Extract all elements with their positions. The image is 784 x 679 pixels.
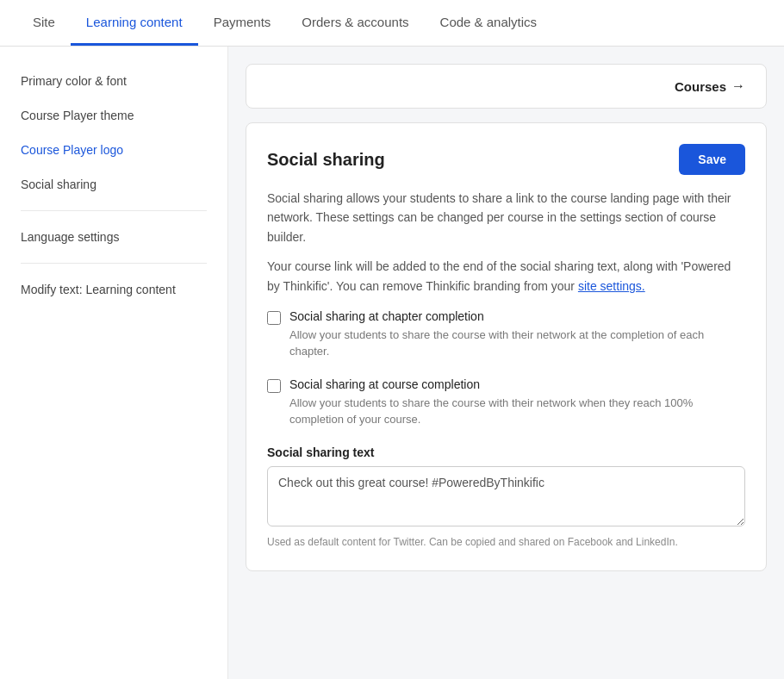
sidebar: Primary color & font Course Player theme… [0, 47, 228, 679]
chapter-completion-title: Social sharing at chapter completion [289, 309, 745, 323]
sidebar-item-social-sharing[interactable]: Social sharing [0, 167, 227, 202]
nav-item-orders-accounts[interactable]: Orders & accounts [286, 0, 424, 46]
save-button[interactable]: Save [679, 144, 745, 175]
nav-item-code-analytics[interactable]: Code & analytics [425, 0, 553, 46]
nav-item-site[interactable]: Site [17, 0, 71, 46]
course-completion-checkbox[interactable] [267, 379, 281, 393]
card-header: Social sharing Save [267, 144, 745, 175]
courses-label: Courses [675, 79, 726, 94]
textarea-label: Social sharing text [267, 445, 745, 459]
sidebar-item-primary-color-font[interactable]: Primary color & font [0, 64, 227, 98]
social-sharing-text-section: Social sharing text Used as default cont… [267, 445, 745, 550]
courses-arrow-icon: → [731, 78, 745, 94]
social-sharing-card: Social sharing Save Social sharing allow… [246, 122, 767, 571]
description-1: Social sharing allows your students to s… [267, 189, 745, 246]
site-settings-link[interactable]: site settings. [578, 279, 645, 293]
courses-link[interactable]: Courses → [675, 78, 745, 94]
course-completion-title: Social sharing at course completion [289, 377, 745, 391]
sidebar-item-course-player-theme[interactable]: Course Player theme [0, 98, 227, 133]
chapter-completion-label-group: Social sharing at chapter completion All… [289, 309, 745, 360]
course-completion-desc: Allow your students to share the course … [289, 395, 745, 428]
card-title: Social sharing [267, 150, 385, 170]
nav-item-payments[interactable]: Payments [198, 0, 287, 46]
description-2: Your course link will be added to the en… [267, 257, 745, 296]
chapter-completion-checkbox[interactable] [267, 311, 281, 325]
sidebar-divider-1 [21, 210, 207, 211]
main-content: Courses → Social sharing Save Social sha… [228, 47, 784, 679]
description-2-text: Your course link will be added to the en… [267, 259, 731, 292]
sidebar-item-modify-text[interactable]: Modify text: Learning content [0, 272, 227, 307]
course-completion-row: Social sharing at course completion Allo… [267, 377, 745, 428]
top-nav: Site Learning content Payments Orders & … [0, 0, 784, 47]
chapter-completion-desc: Allow your students to share the course … [289, 327, 745, 360]
sidebar-item-language-settings[interactable]: Language settings [0, 220, 227, 254]
textarea-hint: Used as default content for Twitter. Can… [267, 534, 745, 550]
sidebar-divider-2 [21, 263, 207, 264]
sidebar-item-course-player-logo[interactable]: Course Player logo [0, 133, 227, 167]
chapter-completion-row: Social sharing at chapter completion All… [267, 309, 745, 360]
nav-item-learning-content[interactable]: Learning content [71, 0, 198, 46]
course-completion-label-group: Social sharing at course completion Allo… [289, 377, 745, 428]
sharing-textarea[interactable] [267, 466, 745, 526]
main-layout: Primary color & font Course Player theme… [0, 47, 784, 679]
courses-row: Courses → [246, 64, 767, 109]
